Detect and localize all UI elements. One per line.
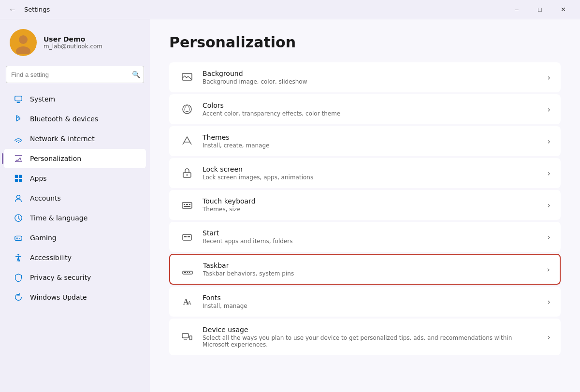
svg-point-20: [183, 105, 191, 114]
sidebar-item-windowsupdate[interactable]: Windows Update: [4, 288, 146, 307]
svg-point-12: [16, 195, 20, 199]
sidebar-item-accounts[interactable]: Accounts: [4, 189, 146, 208]
settings-item-lockscreen[interactable]: Lock screen Lock screen images, apps, an…: [169, 158, 561, 188]
system-icon: [14, 94, 23, 104]
taskbar-icon: [180, 261, 195, 277]
sidebar-item-network[interactable]: Network & internet: [4, 129, 146, 148]
maximize-button[interactable]: □: [529, 2, 551, 17]
colors-chevron: ›: [548, 105, 551, 114]
svg-rect-27: [189, 204, 190, 205]
taskbar-desc: Taskbar behaviors, system pins: [203, 270, 539, 277]
settings-item-fonts[interactable]: A A Fonts Install, manage ›: [169, 287, 561, 317]
sidebar-nav: System Bluetooth & devices: [0, 89, 150, 307]
search-box: 🔍: [6, 66, 144, 83]
sidebar-item-privacy[interactable]: Privacy & security: [4, 268, 146, 287]
deviceusage-icon: [179, 329, 195, 345]
sidebar-item-label: Accounts: [30, 194, 61, 202]
fonts-text: Fonts Install, manage: [203, 294, 540, 309]
sidebar-item-label: Windows Update: [30, 293, 87, 301]
sidebar-item-gaming[interactable]: Gaming: [4, 228, 146, 247]
background-title: Background: [203, 70, 540, 77]
sidebar: User Demo m_lab@outlook.com 🔍 System: [0, 19, 150, 392]
sidebar-item-label: Apps: [30, 174, 47, 182]
lockscreen-desc: Lock screen images, apps, animations: [203, 174, 540, 181]
svg-rect-31: [188, 236, 190, 237]
lockscreen-text: Lock screen Lock screen images, apps, an…: [203, 165, 540, 181]
minimize-button[interactable]: –: [506, 2, 528, 17]
search-input[interactable]: [6, 66, 144, 83]
privacy-icon: [14, 273, 23, 282]
avatar: [10, 29, 37, 56]
start-chevron: ›: [548, 232, 551, 242]
main-content: Personalization Background Background im…: [150, 19, 580, 392]
fonts-title: Fonts: [203, 294, 540, 302]
windowsupdate-icon: [14, 292, 23, 302]
sidebar-item-system[interactable]: System: [4, 89, 146, 109]
settings-item-start[interactable]: Start Recent apps and items, folders ›: [169, 222, 561, 252]
svg-rect-28: [184, 206, 190, 207]
svg-rect-35: [189, 272, 190, 273]
fonts-chevron: ›: [548, 297, 551, 306]
background-icon: [179, 70, 195, 85]
touchkeyboard-icon: [179, 197, 195, 213]
svg-point-23: [187, 174, 188, 176]
svg-rect-24: [182, 203, 192, 208]
settings-list: Background Background image, color, slid…: [169, 62, 561, 355]
svg-rect-8: [15, 175, 18, 178]
gaming-icon: [14, 233, 23, 243]
sidebar-item-accessibility[interactable]: Accessibility: [4, 248, 146, 267]
svg-rect-3: [15, 96, 22, 101]
start-title: Start: [203, 229, 540, 237]
sidebar-item-personalization[interactable]: Personalization: [4, 149, 146, 168]
window-controls: – □ ✕: [506, 2, 574, 17]
settings-item-themes[interactable]: Themes Install, create, manage ›: [169, 126, 561, 156]
network-icon: [14, 134, 23, 144]
svg-rect-29: [183, 234, 191, 240]
sidebar-item-bluetooth[interactable]: Bluetooth & devices: [4, 109, 146, 129]
bluetooth-icon: [14, 114, 23, 124]
sidebar-item-label: Time & language: [30, 214, 87, 222]
app-body: User Demo m_lab@outlook.com 🔍 System: [0, 19, 580, 392]
settings-item-touchkeyboard[interactable]: Touch keyboard Themes, size ›: [169, 190, 561, 220]
app-title: Settings: [24, 6, 50, 13]
svg-rect-25: [184, 204, 185, 205]
touchkeyboard-title: Touch keyboard: [203, 197, 540, 205]
themes-icon: [179, 133, 195, 149]
settings-item-deviceusage[interactable]: Device usage Select all the ways you pla…: [169, 319, 561, 355]
personalization-icon: [14, 154, 23, 163]
themes-text: Themes Install, create, manage: [203, 133, 540, 149]
start-text: Start Recent apps and items, folders: [203, 229, 540, 245]
back-button[interactable]: ←: [6, 3, 19, 16]
sidebar-item-apps[interactable]: Apps: [4, 169, 146, 188]
background-desc: Background image, color, slideshow: [203, 78, 540, 85]
lockscreen-icon: [179, 165, 195, 181]
svg-rect-26: [186, 204, 188, 205]
colors-icon: [179, 102, 195, 117]
start-icon: [179, 229, 195, 245]
title-bar: ← Settings – □ ✕: [0, 0, 580, 19]
user-profile: User Demo m_lab@outlook.com: [0, 19, 150, 66]
fonts-icon: A A: [179, 294, 195, 309]
search-icon-button[interactable]: 🔍: [132, 71, 140, 78]
lockscreen-chevron: ›: [548, 169, 551, 178]
taskbar-title: Taskbar: [203, 261, 539, 269]
svg-point-17: [19, 238, 20, 239]
touchkeyboard-desc: Themes, size: [203, 206, 540, 213]
background-text: Background Background image, color, slid…: [203, 70, 540, 85]
svg-rect-11: [19, 179, 22, 182]
taskbar-text: Taskbar Taskbar behaviors, system pins: [203, 261, 539, 277]
svg-point-1: [19, 35, 28, 44]
settings-item-taskbar[interactable]: Taskbar Taskbar behaviors, system pins ›: [169, 254, 561, 285]
svg-point-6: [18, 142, 19, 143]
settings-item-background[interactable]: Background Background image, color, slid…: [169, 62, 561, 92]
settings-item-colors[interactable]: Colors Accent color, transparency effect…: [169, 94, 561, 124]
close-button[interactable]: ✕: [552, 2, 574, 17]
user-name: User Demo: [44, 35, 102, 43]
user-email: m_lab@outlook.com: [44, 43, 102, 50]
taskbar-chevron: ›: [547, 265, 550, 274]
colors-title: Colors: [203, 102, 540, 109]
colors-text: Colors Accent color, transparency effect…: [203, 102, 540, 117]
themes-chevron: ›: [548, 137, 551, 146]
sidebar-item-time[interactable]: Time & language: [4, 208, 146, 228]
apps-icon: [14, 174, 23, 183]
